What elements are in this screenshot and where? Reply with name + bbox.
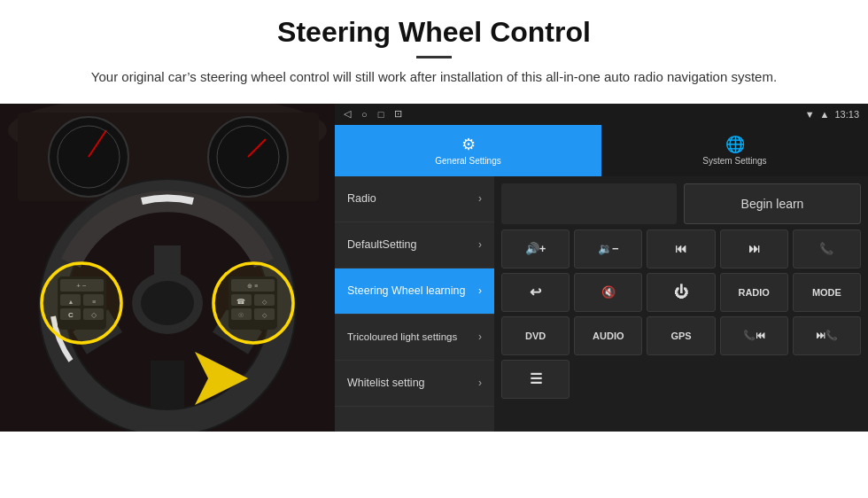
- tab-general-label: General Settings: [435, 156, 501, 166]
- ctrl-row-4: ☰: [501, 360, 861, 399]
- page-subtitle: Your original car’s steering wheel contr…: [71, 67, 797, 88]
- menu-tricoloured-label: Tricoloured light settings: [347, 331, 478, 342]
- svg-point-16: [141, 281, 194, 325]
- ctrl-row-2: ↩ 🔇 ⏻ RADIO MODE: [501, 273, 861, 312]
- mute-button[interactable]: 🔇: [574, 273, 642, 312]
- vol-up-icon: 🔊+: [525, 242, 546, 255]
- next-button[interactable]: ⏭: [720, 230, 788, 268]
- audio-button[interactable]: AUDIO: [574, 316, 642, 355]
- page-header: Steering Wheel Control Your original car…: [0, 0, 868, 97]
- chevron-icon: ›: [478, 331, 482, 343]
- prev-icon: ⏮: [675, 242, 686, 255]
- status-bar: ◁ ○ □ ⊡ ▼ ▲ 13:13: [335, 104, 868, 125]
- menu-whitelist-label: Whitelist setting: [347, 377, 478, 389]
- menu-item-radio[interactable]: Radio ›: [335, 176, 494, 222]
- settings-body: Radio › DefaultSetting › Steering Wheel …: [335, 176, 868, 432]
- vol-down-button[interactable]: 🔉−: [574, 230, 642, 268]
- gear-icon: ⚙: [461, 135, 476, 154]
- chevron-icon: ›: [478, 238, 482, 251]
- recent-icon[interactable]: □: [378, 109, 384, 120]
- list-button[interactable]: ☰: [501, 360, 570, 399]
- nav-icons: ◁ ○ □ ⊡: [344, 108, 402, 120]
- tab-system-label: System Settings: [702, 156, 766, 166]
- page-title: Steering Wheel Control: [35, 16, 833, 49]
- gps-label: GPS: [670, 331, 691, 341]
- begin-learn-row: Begin learn: [501, 183, 861, 224]
- chevron-icon: ›: [478, 192, 482, 205]
- radio-button[interactable]: RADIO: [720, 273, 788, 312]
- tab-system[interactable]: 🌐 System Settings: [601, 125, 868, 176]
- svg-point-40: [213, 263, 293, 343]
- vol-up-button[interactable]: 🔊+: [501, 230, 570, 268]
- hangup-button[interactable]: ↩: [501, 273, 570, 312]
- audio-label: AUDIO: [593, 331, 624, 341]
- main-content: + − ▲ ≡ C ◇ ⊕ ≡ ☎ ◇ ☉ ◇: [0, 104, 868, 432]
- menu-default-label: DefaultSetting: [347, 238, 478, 251]
- tab-bar: ⚙ General Settings 🌐 System Settings: [335, 125, 868, 176]
- menu-item-tricoloured[interactable]: Tricoloured light settings ›: [335, 315, 494, 361]
- mode-button[interactable]: MODE: [793, 273, 861, 312]
- dvd-button[interactable]: DVD: [501, 316, 570, 355]
- tab-general[interactable]: ⚙ General Settings: [335, 125, 601, 176]
- menu-item-default[interactable]: DefaultSetting ›: [335, 222, 494, 268]
- right-panel: Begin learn 🔊+ 🔉− ⏮: [494, 176, 868, 432]
- mute-icon: 🔇: [601, 285, 616, 299]
- vol-down-icon: 🔉−: [598, 242, 619, 255]
- menu-radio-label: Radio: [347, 192, 478, 205]
- svg-point-39: [42, 263, 121, 343]
- list-icon: ☰: [530, 370, 542, 387]
- control-buttons: 🔊+ 🔉− ⏮ ⏭ 📞: [501, 230, 861, 399]
- chevron-icon: ›: [478, 377, 482, 389]
- gps-button[interactable]: GPS: [647, 316, 715, 355]
- tablet-ui: ◁ ○ □ ⊡ ▼ ▲ 13:13 ⚙ General Settings 🌐 S…: [335, 104, 868, 432]
- phone-prev-icon: 📞⏮: [743, 330, 765, 341]
- power-button[interactable]: ⏻: [647, 273, 715, 312]
- steering-wheel-image: + − ▲ ≡ C ◇ ⊕ ≡ ☎ ◇ ☉ ◇: [0, 104, 335, 432]
- radio-label: RADIO: [738, 287, 769, 298]
- skip-phone-icon: ⏭📞: [816, 330, 838, 341]
- dvd-label: DVD: [525, 331, 546, 341]
- menu-item-whitelist[interactable]: Whitelist setting ›: [335, 361, 494, 407]
- hangup-icon: ↩: [530, 284, 541, 300]
- left-menu: Radio › DefaultSetting › Steering Wheel …: [335, 176, 494, 432]
- globe-icon: 🌐: [725, 135, 745, 154]
- status-right: ▼ ▲ 13:13: [805, 109, 859, 120]
- chevron-icon: ›: [478, 284, 482, 297]
- power-icon: ⏻: [674, 284, 688, 300]
- phone-button[interactable]: 📞: [793, 230, 861, 268]
- phone-icon: 📞: [819, 242, 833, 255]
- next-icon: ⏭: [748, 242, 760, 255]
- ctrl-row-1: 🔊+ 🔉− ⏮ ⏭ 📞: [501, 230, 861, 268]
- back-icon[interactable]: ◁: [344, 108, 351, 120]
- time-display: 13:13: [834, 109, 859, 120]
- home-icon[interactable]: ○: [361, 109, 368, 120]
- mode-label: MODE: [812, 287, 841, 298]
- skip-phone-button[interactable]: ⏭📞: [793, 316, 861, 355]
- empty-field: [501, 183, 677, 224]
- menu-steering-label: Steering Wheel learning: [347, 284, 478, 297]
- begin-learn-button[interactable]: Begin learn: [684, 183, 861, 224]
- title-divider: [416, 56, 452, 58]
- menu-item-steering[interactable]: Steering Wheel learning ›: [335, 268, 494, 315]
- signal-icon: ▲: [820, 109, 830, 120]
- prev-button[interactable]: ⏮: [647, 230, 715, 268]
- phone-prev-button[interactable]: 📞⏮: [720, 316, 788, 355]
- wifi-icon: ▼: [805, 109, 815, 120]
- ctrl-row-3: DVD AUDIO GPS 📞⏮ ⏭📞: [501, 316, 861, 355]
- screen-icon[interactable]: ⊡: [394, 108, 402, 120]
